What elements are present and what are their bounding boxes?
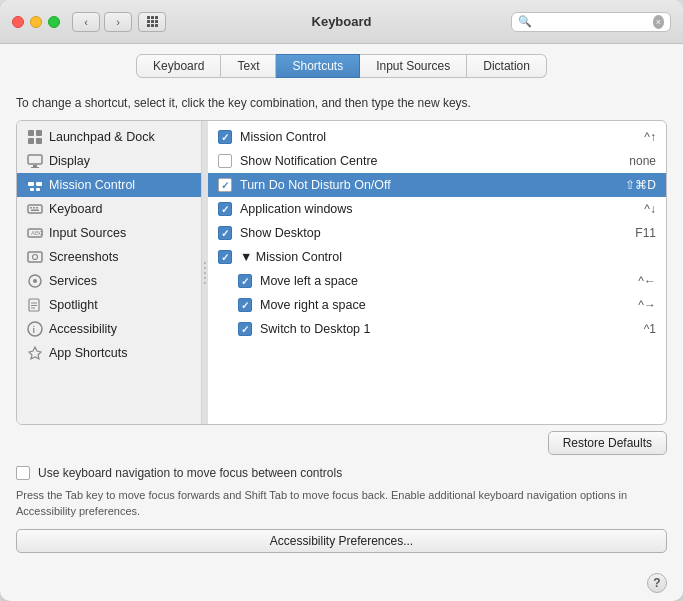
svg-rect-14 bbox=[36, 207, 38, 209]
accessibility-preferences-button[interactable]: Accessibility Preferences... bbox=[16, 529, 667, 553]
close-button[interactable] bbox=[12, 16, 24, 28]
svg-rect-9 bbox=[30, 188, 34, 191]
display-icon bbox=[27, 153, 43, 169]
shortcut-name-show-notification: Show Notification Centre bbox=[240, 154, 621, 168]
shortcut-row-mission-control[interactable]: Mission Control ^↑ bbox=[208, 125, 666, 149]
restore-defaults-button[interactable]: Restore Defaults bbox=[548, 431, 667, 455]
shortcut-row-do-not-disturb[interactable]: Turn Do Not Disturb On/Off ⇧⌘D bbox=[208, 173, 666, 197]
checkbox-mission-control[interactable] bbox=[218, 130, 232, 144]
shortcut-name-mc-sub: ▼ Mission Control bbox=[240, 250, 648, 264]
search-clear-button[interactable]: × bbox=[653, 15, 664, 29]
keyboard-nav-checkbox[interactable] bbox=[16, 466, 30, 480]
shortcut-name-show-desktop: Show Desktop bbox=[240, 226, 627, 240]
checkbox-show-desktop[interactable] bbox=[218, 226, 232, 240]
shortcut-row-move-right[interactable]: Move right a space ^→ bbox=[208, 293, 666, 317]
svg-rect-1 bbox=[36, 130, 42, 136]
shortcut-key-move-right: ^→ bbox=[638, 298, 656, 312]
main-panel: Launchpad & Dock Display Mission Control bbox=[16, 120, 667, 425]
svg-marker-28 bbox=[29, 347, 41, 359]
shortcut-name-mission-control: Mission Control bbox=[240, 130, 636, 144]
checkbox-move-right[interactable] bbox=[238, 298, 252, 312]
sidebar-item-keyboard[interactable]: Keyboard bbox=[17, 197, 201, 221]
services-icon bbox=[27, 273, 43, 289]
shortcut-list: Mission Control ^↑ Show Notification Cen… bbox=[208, 121, 666, 424]
help-button[interactable]: ? bbox=[647, 573, 667, 593]
sidebar-item-screenshots[interactable]: Screenshots bbox=[17, 245, 201, 269]
svg-rect-11 bbox=[28, 205, 42, 213]
svg-rect-8 bbox=[36, 182, 42, 186]
window-title: Keyboard bbox=[312, 14, 372, 29]
svg-point-21 bbox=[33, 279, 37, 283]
sidebar-item-launchpad[interactable]: Launchpad & Dock bbox=[17, 125, 201, 149]
spotlight-icon bbox=[27, 297, 43, 313]
shortcut-row-app-windows[interactable]: Application windows ^↓ bbox=[208, 197, 666, 221]
keyboard-sidebar-icon bbox=[27, 201, 43, 217]
sidebar-label-spotlight: Spotlight bbox=[49, 298, 98, 312]
sidebar-label-accessibility: Accessibility bbox=[49, 322, 117, 336]
svg-rect-10 bbox=[36, 188, 40, 191]
checkbox-move-left[interactable] bbox=[238, 274, 252, 288]
shortcut-row-move-left[interactable]: Move left a space ^← bbox=[208, 269, 666, 293]
search-box[interactable]: 🔍 × bbox=[511, 12, 671, 32]
sidebar-label-app-shortcuts: App Shortcuts bbox=[49, 346, 128, 360]
sidebar-item-mission-control[interactable]: Mission Control bbox=[17, 173, 201, 197]
sidebar-item-input-sources[interactable]: ABC Input Sources bbox=[17, 221, 201, 245]
titlebar: ‹ › Keyboard 🔍 × bbox=[0, 0, 683, 44]
tab-shortcuts[interactable]: Shortcuts bbox=[276, 54, 360, 78]
shortcut-key-do-not-disturb: ⇧⌘D bbox=[625, 178, 656, 192]
shortcut-key-show-notification: none bbox=[629, 154, 656, 168]
screenshots-icon bbox=[27, 249, 43, 265]
svg-point-19 bbox=[33, 255, 38, 260]
sidebar-item-accessibility[interactable]: i Accessibility bbox=[17, 317, 201, 341]
grid-button[interactable] bbox=[138, 12, 166, 32]
tab-dictation[interactable]: Dictation bbox=[467, 54, 547, 78]
minimize-button[interactable] bbox=[30, 16, 42, 28]
shortcut-row-show-notification[interactable]: Show Notification Centre none bbox=[208, 149, 666, 173]
sidebar-label-services: Services bbox=[49, 274, 97, 288]
sidebar-label-launchpad: Launchpad & Dock bbox=[49, 130, 155, 144]
sidebar-label-keyboard: Keyboard bbox=[49, 202, 103, 216]
tab-text[interactable]: Text bbox=[221, 54, 276, 78]
shortcut-key-move-left: ^← bbox=[638, 274, 656, 288]
svg-rect-13 bbox=[33, 207, 35, 209]
svg-rect-0 bbox=[28, 130, 34, 136]
svg-rect-6 bbox=[31, 167, 39, 168]
shortcut-key-app-windows: ^↓ bbox=[644, 202, 656, 216]
forward-button[interactable]: › bbox=[104, 12, 132, 32]
back-button[interactable]: ‹ bbox=[72, 12, 100, 32]
sidebar-item-app-shortcuts[interactable]: App Shortcuts bbox=[17, 341, 201, 365]
sidebar-label-input-sources: Input Sources bbox=[49, 226, 126, 240]
sidebar-item-display[interactable]: Display bbox=[17, 149, 201, 173]
accessibility-icon: i bbox=[27, 321, 43, 337]
bottom-bar: ? bbox=[0, 565, 683, 601]
tab-keyboard[interactable]: Keyboard bbox=[136, 54, 221, 78]
search-icon: 🔍 bbox=[518, 15, 532, 28]
hint-text: To change a shortcut, select it, click t… bbox=[16, 96, 667, 110]
keyboard-nav-hint: Press the Tab key to move focus forwards… bbox=[16, 488, 667, 519]
svg-text:ABC: ABC bbox=[31, 230, 43, 236]
checkbox-app-windows[interactable] bbox=[218, 202, 232, 216]
shortcut-row-show-desktop[interactable]: Show Desktop F11 bbox=[208, 221, 666, 245]
input-sources-icon: ABC bbox=[27, 225, 43, 241]
tabs-bar: Keyboard Text Shortcuts Input Sources Di… bbox=[0, 44, 683, 86]
sidebar-item-services[interactable]: Services bbox=[17, 269, 201, 293]
search-input[interactable] bbox=[536, 15, 653, 29]
shortcut-key-switch-desktop: ^1 bbox=[644, 322, 656, 336]
shortcut-row-switch-desktop[interactable]: Switch to Desktop 1 ^1 bbox=[208, 317, 666, 341]
checkbox-mc-sub[interactable] bbox=[218, 250, 232, 264]
shortcut-name-move-left: Move left a space bbox=[260, 274, 630, 288]
sidebar-item-spotlight[interactable]: Spotlight bbox=[17, 293, 201, 317]
checkbox-switch-desktop[interactable] bbox=[238, 322, 252, 336]
traffic-lights bbox=[12, 16, 60, 28]
maximize-button[interactable] bbox=[48, 16, 60, 28]
shortcut-row-mc-sub[interactable]: ▼ Mission Control bbox=[208, 245, 666, 269]
checkbox-do-not-disturb[interactable] bbox=[218, 178, 232, 192]
keyboard-preferences-window: ‹ › Keyboard 🔍 × Keyboard Text Shortcuts… bbox=[0, 0, 683, 601]
mission-control-icon bbox=[27, 177, 43, 193]
svg-rect-15 bbox=[31, 210, 39, 212]
content-area: To change a shortcut, select it, click t… bbox=[0, 86, 683, 565]
shortcut-name-app-windows: Application windows bbox=[240, 202, 636, 216]
svg-rect-3 bbox=[36, 138, 42, 144]
checkbox-show-notification[interactable] bbox=[218, 154, 232, 168]
tab-input-sources[interactable]: Input Sources bbox=[360, 54, 467, 78]
